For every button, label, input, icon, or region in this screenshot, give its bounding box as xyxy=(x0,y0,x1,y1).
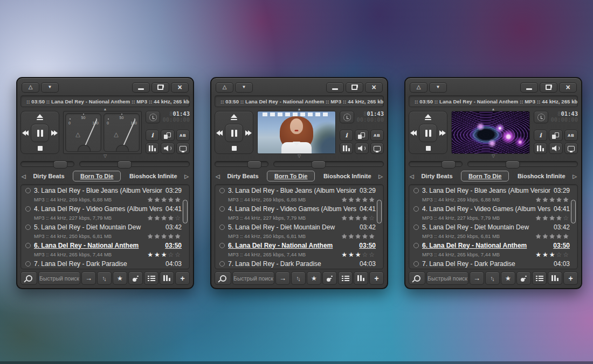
tab-born-to-die[interactable]: Born To Die xyxy=(461,171,509,181)
titlebar[interactable]: △ ▼ × xyxy=(216,81,383,93)
playlist-scrollbar[interactable] xyxy=(182,186,188,268)
tabs-scroll-left-icon[interactable]: ◁ xyxy=(215,173,221,179)
playlist-item-current[interactable]: 6. Lana Del Rey - National Anthem03:50 M… xyxy=(413,241,570,259)
jump-to-current-button[interactable]: → xyxy=(275,271,290,285)
time-mode-button[interactable] xyxy=(340,111,354,123)
view-mode-button[interactable] xyxy=(354,271,368,285)
playlist-item[interactable]: 3. Lana Del Rey - Blue Jeans (Album Vers… xyxy=(25,186,182,204)
now-playing-bar[interactable]: :: 03:50 :: Lana Del Rey - National Anth… xyxy=(20,95,190,107)
rating-filter-button[interactable]: ★ xyxy=(501,271,515,285)
tabs-scroll-right-icon[interactable]: ▷ xyxy=(377,173,384,179)
stop-button[interactable] xyxy=(425,145,432,152)
playlist-item[interactable]: 4. Lana Del Rey - Video Games (Album Ver… xyxy=(413,204,570,222)
track-rating[interactable]: ★★★★★ xyxy=(341,197,376,203)
time-display[interactable]: 801:43 00:00:00 xyxy=(356,111,384,123)
roll-up-button[interactable]: △ xyxy=(22,82,39,93)
volume-mute-button[interactable] xyxy=(355,143,368,154)
tab-bioshock-infinite[interactable]: Bioshock Infinite xyxy=(319,171,376,181)
track-rating[interactable]: ★★★★☆ xyxy=(341,215,376,221)
seek-slider-handle[interactable] xyxy=(506,160,520,169)
tabs-scroll-right-icon[interactable]: ▷ xyxy=(571,173,578,179)
scrollbar-thumb[interactable] xyxy=(183,200,188,223)
playlist-item-current[interactable]: 6. Lana Del Rey - National Anthem03:50 M… xyxy=(25,241,182,259)
track-rating[interactable]: ★★★★☆ xyxy=(147,215,182,221)
collapse-arrow-down-icon[interactable]: ▽ xyxy=(215,154,384,158)
playlist-item[interactable]: 5. Lana Del Rey - Diet Mountain Dew03:42… xyxy=(413,222,570,241)
next-track-button[interactable] xyxy=(50,129,58,137)
seek-slider-handle[interactable] xyxy=(118,160,132,169)
display-panel[interactable]: 0 50 100 △ 0 50 100 △ xyxy=(451,111,530,154)
volume-slider[interactable] xyxy=(20,161,74,167)
file-info-button[interactable]: i xyxy=(146,130,159,141)
tabs-scroll-left-icon[interactable]: ◁ xyxy=(409,173,415,179)
misc-options-button[interactable] xyxy=(516,271,531,285)
add-files-button[interactable]: + xyxy=(563,271,578,285)
time-mode-button[interactable] xyxy=(534,111,548,123)
roll-down-button[interactable]: ▼ xyxy=(41,82,59,93)
scrollbar-thumb[interactable] xyxy=(377,200,382,223)
equalizer-button[interactable] xyxy=(340,143,353,154)
previous-track-button[interactable] xyxy=(216,129,224,137)
titlebar[interactable]: △ ▼ × xyxy=(410,81,577,93)
track-rating[interactable]: ★★★★★ xyxy=(341,233,376,240)
display-panel[interactable]: 0 50 100 △ 0 50 100 △ xyxy=(63,111,142,154)
playlist-manager-button[interactable] xyxy=(161,130,174,141)
volume-slider-handle[interactable] xyxy=(53,160,67,169)
volume-slider[interactable] xyxy=(215,161,268,167)
misc-options-button[interactable] xyxy=(128,271,143,285)
scrollbar-thumb[interactable] xyxy=(571,200,576,223)
add-files-button[interactable]: + xyxy=(175,271,190,285)
eject-button[interactable] xyxy=(36,113,44,121)
tabs-scroll-left-icon[interactable]: ◁ xyxy=(20,173,27,179)
roll-down-button[interactable]: ▼ xyxy=(235,82,253,93)
view-mode-button[interactable] xyxy=(548,271,562,285)
search-button[interactable] xyxy=(20,271,37,285)
tab-bioshock-infinite[interactable]: Bioshock Infinite xyxy=(125,171,182,181)
track-rating[interactable]: ★★★★★ xyxy=(147,233,182,240)
file-info-button[interactable]: i xyxy=(534,130,547,141)
roll-up-button[interactable]: △ xyxy=(216,82,233,93)
now-playing-bar[interactable]: :: 03:50 :: Lana Del Rey - National Anth… xyxy=(409,95,578,107)
tab-dirty-beats[interactable]: Dirty Beats xyxy=(223,171,263,181)
close-button[interactable]: × xyxy=(365,82,383,93)
playlist-manager-button[interactable] xyxy=(549,130,562,141)
close-button[interactable]: × xyxy=(559,82,577,93)
sort-button[interactable]: ↑↓ xyxy=(485,271,500,285)
playlist-menu-button[interactable] xyxy=(144,271,158,285)
visualization-button[interactable] xyxy=(370,143,384,154)
tab-dirty-beats[interactable]: Dirty Beats xyxy=(417,171,457,181)
playlist-manager-button[interactable] xyxy=(355,130,368,141)
tabs-scroll-right-icon[interactable]: ▷ xyxy=(183,173,190,179)
ab-repeat-button[interactable]: AB xyxy=(564,130,578,141)
playlist-item[interactable]: 5. Lana Del Rey - Diet Mountain Dew03:42… xyxy=(25,222,182,241)
close-button[interactable]: × xyxy=(171,82,189,93)
playlist-item[interactable]: 7. Lana Del Rey - Dark Paradise04:03 MP3… xyxy=(219,259,376,269)
seek-slider[interactable] xyxy=(273,161,384,167)
pause-button[interactable] xyxy=(419,124,437,142)
rating-filter-button[interactable]: ★ xyxy=(113,271,127,285)
tab-born-to-die[interactable]: Born To Die xyxy=(267,171,315,181)
collapse-arrow-up-icon[interactable]: ▲ xyxy=(409,107,578,111)
rating-filter-button[interactable]: ★ xyxy=(307,271,321,285)
add-files-button[interactable]: + xyxy=(369,271,384,285)
minimize-button[interactable] xyxy=(520,82,538,93)
collapse-arrow-down-icon[interactable]: ▽ xyxy=(409,154,578,158)
view-mode-button[interactable] xyxy=(160,271,174,285)
volume-mute-button[interactable] xyxy=(161,143,174,154)
playlist-item[interactable]: 4. Lana Del Rey - Video Games (Album Ver… xyxy=(25,204,182,222)
search-button[interactable] xyxy=(409,271,425,285)
ab-repeat-button[interactable]: AB xyxy=(176,130,190,141)
tab-bioshock-infinite[interactable]: Bioshock Infinite xyxy=(513,171,570,181)
now-playing-bar[interactable]: :: 03:50 :: Lana Del Rey - National Anth… xyxy=(215,95,384,107)
roll-down-button[interactable]: ▼ xyxy=(429,82,447,93)
minimize-button[interactable] xyxy=(326,82,344,93)
tab-dirty-beats[interactable]: Dirty Beats xyxy=(29,171,68,181)
playlist-menu-button[interactable] xyxy=(532,271,547,285)
pause-button[interactable] xyxy=(31,124,49,142)
volume-slider-handle[interactable] xyxy=(441,160,456,169)
pause-button[interactable] xyxy=(225,124,243,142)
ab-repeat-button[interactable]: AB xyxy=(370,130,384,141)
playlist-item[interactable]: 3. Lana Del Rey - Blue Jeans (Album Vers… xyxy=(413,186,570,204)
playlist-item[interactable]: 7. Lana Del Rey - Dark Paradise04:03 MP3… xyxy=(25,259,182,269)
track-rating[interactable]: ★★★☆☆ xyxy=(535,251,570,258)
